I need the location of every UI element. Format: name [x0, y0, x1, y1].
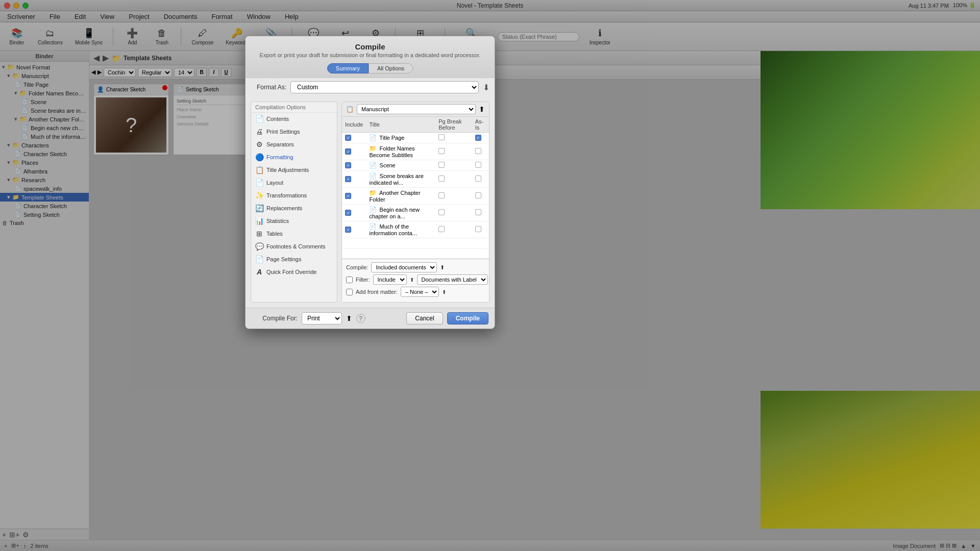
tab-all-options[interactable]: All Options [369, 63, 413, 73]
pg-break-cell[interactable] [435, 205, 472, 221]
table-row: ✓ 📄 Much of the information conta... [342, 221, 489, 238]
statistics-icon: 📊 [255, 217, 263, 225]
include-cell[interactable]: ✓ [342, 205, 366, 221]
front-matter-arrow[interactable]: ⬆ [442, 289, 446, 295]
option-transformations[interactable]: ✨ Transformations [251, 189, 337, 202]
pg-break-checkbox[interactable] [438, 162, 445, 168]
as-is-cell[interactable] [472, 221, 489, 238]
include-cell[interactable]: ✓ [342, 171, 366, 188]
include-cell[interactable]: ✓ [342, 160, 366, 171]
help-button[interactable]: ? [356, 314, 365, 323]
cancel-button[interactable]: Cancel [406, 312, 443, 324]
title-cell: 📄 Scene [366, 160, 435, 171]
as-is-checkbox[interactable] [475, 176, 481, 182]
table-row: ✓ 📄 Scene breaks are indicated wi... [342, 171, 489, 188]
pg-break-checkbox[interactable] [438, 148, 445, 154]
option-page-settings[interactable]: 📄 Page Settings [251, 253, 337, 266]
as-is-cell[interactable] [472, 205, 489, 221]
table-row-empty [342, 238, 489, 248]
include-cell[interactable]: ✓ [342, 221, 366, 238]
as-is-checkbox[interactable] [475, 209, 481, 215]
option-contents[interactable]: 📄 Contents [251, 113, 337, 126]
format-as-select[interactable]: Custom [290, 81, 479, 93]
include-checkbox[interactable]: ✓ [345, 135, 351, 141]
option-statistics[interactable]: 📊 Statistics [251, 215, 337, 228]
include-checkbox[interactable]: ✓ [345, 193, 351, 199]
pg-break-checkbox[interactable] [438, 209, 445, 215]
pg-break-checkbox[interactable] [438, 226, 445, 232]
table-row: ✓ 📁 Another Chapter Folder [342, 188, 489, 205]
front-matter-select[interactable]: – None – [401, 287, 439, 297]
as-is-checkbox[interactable] [475, 192, 481, 198]
row-title: Scene [380, 162, 396, 168]
as-is-cell[interactable] [472, 143, 489, 160]
as-is-checkbox[interactable]: ✓ [475, 135, 481, 141]
as-is-cell[interactable]: ✓ [472, 133, 489, 143]
option-replacements[interactable]: 🔄 Replacements [251, 202, 337, 215]
compile-included-select[interactable]: Included documents [371, 262, 437, 272]
option-label: Quick Font Override [266, 269, 316, 275]
format-as-row: Format As: Custom ⬇ [246, 78, 495, 96]
dialog-title-bar: Compile Export or print your draft for s… [246, 36, 495, 78]
pg-break-cell[interactable] [435, 221, 472, 238]
dialog-subtitle: Export or print your draft for submissio… [254, 52, 486, 58]
option-title-adjustments[interactable]: 📋 Title Adjustments [251, 164, 337, 177]
option-formatting[interactable]: 🔵 Formatting [251, 151, 337, 164]
option-footnotes[interactable]: 💬 Footnotes & Comments [251, 240, 337, 253]
pg-break-cell[interactable] [435, 160, 472, 171]
row-doc-icon: 📄 [369, 162, 377, 169]
as-is-checkbox[interactable] [475, 148, 481, 154]
row-doc-icon: 📄 [369, 134, 377, 141]
as-is-cell[interactable] [472, 160, 489, 171]
include-checkbox[interactable]: ✓ [345, 227, 351, 233]
manuscript-arrow[interactable]: ⬆ [479, 105, 485, 113]
table-row-empty [342, 248, 489, 259]
filter-checkbox[interactable] [346, 277, 353, 283]
dialog-body: Compilation Options 📄 Contents 🖨 Print S… [246, 96, 495, 308]
as-is-cell[interactable] [472, 188, 489, 205]
filter-arrow-sm[interactable]: ⬆ [410, 277, 414, 283]
manuscript-select[interactable]: Manuscript [357, 104, 476, 114]
format-as-label: Format As: [251, 84, 286, 91]
tab-summary[interactable]: Summary [327, 63, 369, 73]
option-tables[interactable]: ⊞ Tables [251, 228, 337, 240]
pg-break-checkbox[interactable] [438, 192, 445, 198]
include-cell[interactable]: ✓ [342, 143, 366, 160]
option-layout[interactable]: 📄 Layout [251, 177, 337, 189]
pg-break-checkbox[interactable] [438, 176, 445, 182]
filter-documents-select[interactable]: Documents with Label [417, 274, 488, 285]
option-separators[interactable]: ⚙ Separators [251, 138, 337, 151]
table-row: ✓ 📄 Title Page ✓ [342, 133, 489, 143]
compile-for-select[interactable]: Print [302, 312, 342, 324]
include-cell[interactable]: ✓ [342, 133, 366, 143]
as-is-checkbox[interactable] [475, 162, 481, 168]
row-folder-icon: 📁 [369, 145, 377, 152]
compile-bottom-controls: Compile: Included documents ⬆ Filter: In… [342, 259, 489, 302]
pg-break-checkbox[interactable] [438, 134, 445, 140]
compile-submit-button[interactable]: Compile [447, 312, 488, 324]
include-checkbox[interactable]: ✓ [345, 210, 351, 216]
pg-break-cell[interactable] [435, 133, 472, 143]
compile-for-arrow[interactable]: ⬆ [346, 314, 352, 322]
page-settings-icon: 📄 [255, 255, 263, 263]
pg-break-cell[interactable] [435, 143, 472, 160]
print-settings-icon: 🖨 [255, 128, 263, 136]
format-as-arrow[interactable]: ⬇ [483, 83, 489, 92]
filter-include-select[interactable]: Include [373, 274, 407, 285]
compile-included-arrow[interactable]: ⬆ [440, 264, 445, 271]
option-print-settings[interactable]: 🖨 Print Settings [251, 126, 337, 138]
option-quick-font[interactable]: A Quick Font Override [251, 266, 337, 279]
row-folder-icon: 📁 [369, 189, 377, 196]
include-checkbox[interactable]: ✓ [345, 176, 351, 182]
include-checkbox[interactable]: ✓ [345, 148, 351, 155]
option-label: Title Adjustments [266, 167, 309, 173]
col-as-is: As-Is [472, 117, 489, 133]
include-checkbox[interactable]: ✓ [345, 162, 351, 168]
as-is-checkbox[interactable] [475, 226, 481, 232]
as-is-cell[interactable] [472, 171, 489, 188]
pg-break-cell[interactable] [435, 171, 472, 188]
pg-break-cell[interactable] [435, 188, 472, 205]
row-title: Another Chapter Folder [369, 190, 420, 203]
front-matter-checkbox[interactable] [346, 289, 353, 295]
include-cell[interactable]: ✓ [342, 188, 366, 205]
